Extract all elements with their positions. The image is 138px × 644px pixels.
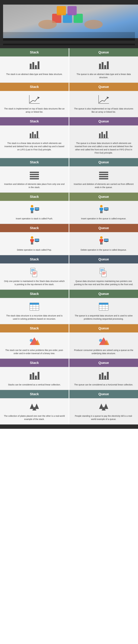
svg-point-70 <box>100 236 103 239</box>
svg-rect-36 <box>30 174 39 175</box>
svg-rect-10 <box>32 62 34 69</box>
svg-rect-81 <box>31 270 35 270</box>
section-header-4: Stack Queue <box>0 193 138 201</box>
svg-rect-60 <box>106 210 107 211</box>
section-header-3: Stack Queue <box>0 158 138 166</box>
svg-rect-75 <box>102 242 102 244</box>
svg-rect-59 <box>104 208 108 210</box>
svg-rect-80 <box>31 269 35 270</box>
svg-rect-26 <box>32 132 34 138</box>
stack-text-5: Delete operation is stack called Pop. <box>17 248 52 252</box>
stack-cell-4: Insert operation is stack is called Push… <box>0 201 69 224</box>
queue-text-0: The queue is also an abstract data type … <box>73 73 134 79</box>
svg-rect-35 <box>30 172 39 173</box>
queue-icon-1 <box>98 94 110 105</box>
section-queue-label-10: Queue <box>69 390 138 398</box>
stack-text-4: Insert operation is stack is called Push… <box>16 217 53 220</box>
section-queue-label-4: Queue <box>69 193 138 201</box>
section-stack-label-0: Stack <box>0 48 69 56</box>
svg-point-7 <box>38 20 57 29</box>
queue-text-4: Insert operation in the queue is called … <box>81 217 126 220</box>
page-title <box>3 40 135 44</box>
svg-rect-69 <box>36 242 38 242</box>
stack-icon-6 <box>28 267 40 278</box>
svg-point-52 <box>100 205 103 208</box>
svg-rect-37 <box>30 176 39 177</box>
queue-text-3: Insertion and deletion of elements are c… <box>73 182 134 189</box>
svg-rect-39 <box>99 172 108 173</box>
stack-text-9: Stacks can be considered as a vertical l… <box>8 383 60 386</box>
svg-rect-50 <box>35 208 39 210</box>
svg-rect-47 <box>31 211 32 213</box>
svg-point-112 <box>99 339 102 342</box>
svg-rect-118 <box>99 374 101 380</box>
svg-rect-114 <box>32 372 34 380</box>
svg-rect-48 <box>32 211 33 213</box>
svg-rect-17 <box>107 61 109 69</box>
svg-rect-14 <box>99 64 101 69</box>
svg-rect-89 <box>100 270 104 270</box>
queue-text-8: Producer consumer problems are solved us… <box>73 349 134 355</box>
svg-rect-27 <box>34 134 36 138</box>
svg-rect-33 <box>106 131 107 138</box>
stack-icon-0 <box>28 60 40 70</box>
svg-rect-51 <box>36 210 38 211</box>
svg-rect-94 <box>102 274 105 274</box>
queue-cell-1: The queue is also implemented on top of … <box>69 91 138 117</box>
stack-cell-3: Insertion and deletion of elements take … <box>0 166 69 192</box>
content-row-3: Insertion and deletion of elements take … <box>0 166 138 193</box>
section-queue-label-2: Queue <box>69 117 138 126</box>
queue-text-6: Queue data structure requires maintainin… <box>73 280 134 286</box>
stack-cell-10: The collection of plates placed one over… <box>0 398 69 424</box>
stack-icon-8 <box>28 336 40 346</box>
section-header-7: Stack Queue <box>0 290 138 298</box>
content-row-7: The stack data structure is a recursive … <box>0 298 138 324</box>
queue-cell-9: The queue can be considered as a horizon… <box>69 367 138 390</box>
svg-rect-56 <box>100 211 101 213</box>
svg-rect-74 <box>100 242 101 244</box>
svg-rect-63 <box>30 239 31 241</box>
queue-text-2: The queue is a linear data structure in … <box>73 142 134 154</box>
section-stack-label-10: Stack <box>0 390 69 398</box>
svg-rect-30 <box>99 134 101 138</box>
section-queue-label-1: Queue <box>69 83 138 91</box>
section-queue-label-6: Queue <box>69 255 138 264</box>
queue-cell-7: The queue is a sequential data structure… <box>69 298 138 324</box>
section-header-1: Stack Queue <box>0 83 138 91</box>
svg-rect-66 <box>32 242 33 244</box>
svg-rect-68 <box>35 239 39 241</box>
svg-rect-25 <box>30 134 31 138</box>
queue-icon-6 <box>98 267 110 278</box>
stack-text-0: The stack is an abstract data type and l… <box>6 73 62 76</box>
svg-rect-6 <box>67 6 77 15</box>
stack-cell-8: The stack can be used to solve problems … <box>0 332 69 358</box>
stack-icon-4 <box>28 204 40 215</box>
svg-point-8 <box>84 20 103 29</box>
svg-rect-42 <box>99 178 108 179</box>
stack-cell-7: The stack data structure is a recursive … <box>0 298 69 324</box>
section-header-8: Stack Queue <box>0 324 138 332</box>
stack-cell-0: The stack is an abstract data type and l… <box>0 56 69 82</box>
svg-rect-9 <box>30 64 32 69</box>
section-queue-label-9: Queue <box>69 359 138 367</box>
queue-icon-2 <box>98 129 110 140</box>
stack-text-7: The stack data structure is a recursive … <box>4 314 65 320</box>
stack-icon-3 <box>28 170 40 180</box>
svg-rect-57 <box>102 211 102 213</box>
svg-rect-121 <box>107 372 109 380</box>
section-stack-label-9: Stack <box>0 359 69 367</box>
section-stack-label-5: Stack <box>0 224 69 232</box>
page-header <box>0 0 138 48</box>
content-row-4: Insert operation is stack is called Push… <box>0 201 138 224</box>
svg-rect-88 <box>100 269 104 270</box>
queue-text-7: The queue is a sequential data structure… <box>73 314 134 320</box>
svg-rect-96 <box>30 303 39 305</box>
section-header-6: Stack Queue <box>0 255 138 264</box>
stack-text-6: Only one pointer is maintained in the St… <box>4 280 65 286</box>
svg-rect-86 <box>33 274 35 274</box>
queue-icon-8 <box>98 336 110 346</box>
svg-point-61 <box>31 236 33 239</box>
stack-cell-9: Stacks can be considered as a vertical l… <box>0 367 69 390</box>
svg-rect-93 <box>102 273 106 274</box>
section-stack-label-1: Stack <box>0 83 69 91</box>
